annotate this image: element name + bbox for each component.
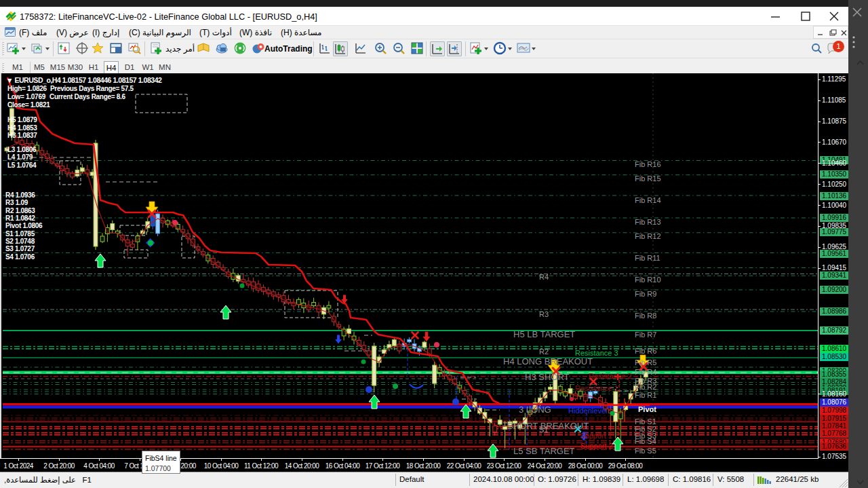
svg-text:Support 2: Support 2 — [580, 442, 613, 450]
svg-text:Fib R8: Fib R8 — [635, 312, 656, 320]
svg-text:Previous Days Range= 57.5: Previous Days Range= 57.5 — [50, 85, 134, 92]
svg-text:Fib R6: Fib R6 — [635, 347, 656, 355]
svg-text:Support 1: Support 1 — [580, 432, 612, 440]
svg-text:Fib R12: Fib R12 — [635, 232, 661, 240]
svg-text:3 LONG: 3 LONG — [519, 405, 551, 415]
svg-text:Fib R2: Fib R2 — [635, 383, 656, 391]
svg-text:High= 1.0826: High= 1.0826 — [7, 85, 47, 92]
svg-text:Fib S5: Fib S5 — [635, 447, 656, 455]
svg-text:R1 1.0842: R1 1.0842 — [5, 214, 35, 222]
svg-text:H5 1.0879: H5 1.0879 — [7, 116, 37, 124]
svg-text:Fib R11: Fib R11 — [635, 254, 660, 262]
svg-text:Fib S4: Fib S4 — [635, 437, 656, 445]
svg-text:R2: R2 — [539, 348, 549, 356]
svg-text:▼ EURUSD_o,H4 1.08157 1.08446: ▼ EURUSD_o,H4 1.08157 1.08446 1.08157 1.… — [6, 76, 162, 84]
svg-text:R3 1.09: R3 1.09 — [5, 199, 28, 206]
svg-text:S1 1.0785: S1 1.0785 — [5, 230, 35, 238]
svg-text:Close= 1.0821: Close= 1.0821 — [7, 101, 50, 109]
svg-text:L3 1.0806: L3 1.0806 — [7, 146, 37, 153]
svg-text:Fib R7: Fib R7 — [635, 331, 656, 339]
svg-text:Resistance 1: Resistance 1 — [575, 384, 618, 392]
svg-text:L5 1.0764: L5 1.0764 — [7, 162, 37, 169]
svg-text:H5 LB TARGET: H5 LB TARGET — [513, 329, 575, 339]
svg-text:Current Days Range= 8.6: Current Days Range= 8.6 — [50, 93, 125, 100]
svg-text:SHORT BREAKOUT: SHORT BREAKOUT — [507, 421, 589, 431]
svg-text:Hiddenlevel: Hiddenlevel — [568, 407, 607, 415]
svg-text:Fib R13: Fib R13 — [635, 218, 661, 226]
svg-text:Pivot: Pivot — [638, 405, 656, 413]
svg-text:L4 1.079: L4 1.079 — [7, 153, 33, 161]
svg-text:S4 1.0706: S4 1.0706 — [5, 253, 35, 261]
svg-text:Fib R4: Fib R4 — [635, 368, 656, 376]
svg-text:Fib R1: Fib R1 — [635, 391, 656, 399]
svg-text:Fib R5: Fib R5 — [635, 358, 656, 367]
svg-text:R4 1.0936: R4 1.0936 — [5, 191, 35, 199]
svg-text:Pivot 1.0806: Pivot 1.0806 — [5, 222, 43, 229]
svg-text:H4 LONG BREAKOUT: H4 LONG BREAKOUT — [503, 356, 593, 367]
svg-text:L5 SB TARGET: L5 SB TARGET — [513, 446, 575, 456]
svg-text:Resistance 2: Resistance 2 — [589, 372, 632, 380]
svg-text:R4: R4 — [539, 273, 549, 281]
svg-text:H4 1.0853: H4 1.0853 — [7, 124, 37, 132]
svg-text:Fib R14: Fib R14 — [635, 196, 661, 204]
svg-text:Fib R16: Fib R16 — [635, 160, 661, 168]
svg-text:Fib R10: Fib R10 — [635, 276, 661, 284]
svg-text:Resistance 3: Resistance 3 — [575, 349, 618, 357]
svg-text:H3 SHORT: H3 SHORT — [525, 372, 570, 382]
svg-text:Low= 1.0769: Low= 1.0769 — [7, 93, 46, 100]
svg-text:S2 1.0748: S2 1.0748 — [5, 238, 35, 245]
svg-text:S3 1.0727: S3 1.0727 — [5, 245, 35, 252]
svg-text:H3 1.0837: H3 1.0837 — [7, 132, 37, 139]
svg-text:Fib R9: Fib R9 — [635, 290, 656, 298]
svg-text:R2 1.0863: R2 1.0863 — [5, 207, 35, 214]
svg-text:R3: R3 — [539, 310, 549, 318]
svg-text:Fib R15: Fib R15 — [635, 174, 661, 183]
